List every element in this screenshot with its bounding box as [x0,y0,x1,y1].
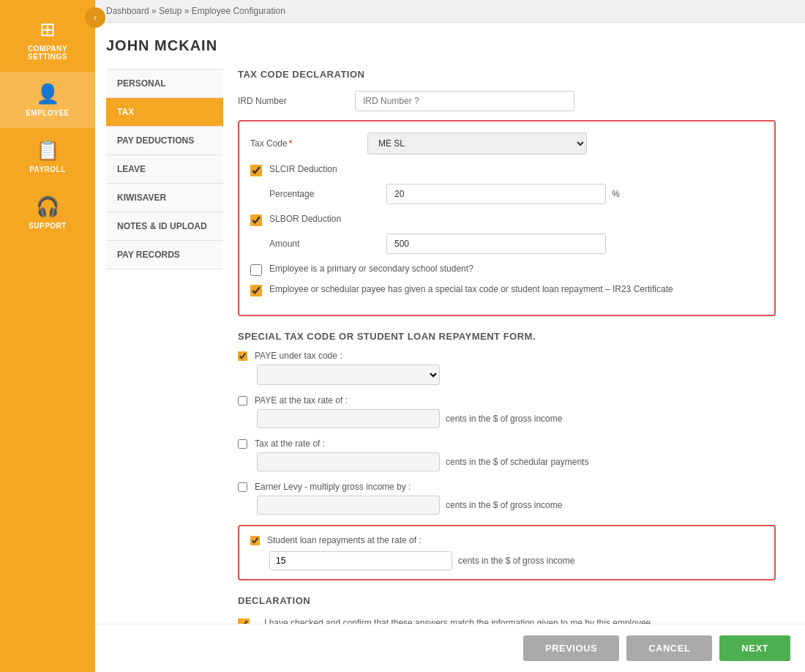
slbor-checkbox[interactable] [250,214,262,226]
declaration-checkbox[interactable] [238,619,250,624]
tax-at-rate-label: Tax at the rate of : [255,438,325,449]
tax-code-highlight-box: Tax Code ME SL M ME SB SB SL S S SL SH [238,120,776,316]
paye-at-rate-input[interactable] [257,409,440,428]
tax-code-select[interactable]: ME SL M ME SB SB SL S S SL SH [367,132,587,154]
special-tax-row: Employee or schedular payee has given a … [250,283,763,296]
declaration-section: DECLARATION I have checked and confirm t… [238,595,776,624]
tax-at-rate-suffix: cents in the $ of schedular payments [446,457,588,467]
sidebar-item-company-settings[interactable]: ⊞ COMPANY SETTINGS [0,7,95,72]
percentage-row: Percentage % [269,184,763,204]
declaration-title: DECLARATION [238,595,776,606]
student-loan-label: Student loan repayments at the rate of : [267,535,422,545]
slcir-checkbox[interactable] [250,165,262,176]
amount-input[interactable] [386,234,606,254]
nav-item-notes-id-upload[interactable]: NOTES & ID UPLOAD [106,212,223,241]
percentage-label: Percentage [269,189,386,199]
earner-levy-input[interactable] [257,496,440,515]
sidebar: ‹ ⊞ COMPANY SETTINGS 👤 EMPLOYEE 📋 PAYROL… [0,0,95,672]
company-settings-icon: ⊞ [40,18,56,41]
earner-levy-label: Earner Levy - multiply gross income by : [255,482,411,492]
paye-under-select[interactable]: M ME [257,365,440,385]
percentage-input[interactable] [386,184,606,204]
slcir-row: SLCIR Deduction [250,163,763,176]
paye-under-checkbox[interactable] [238,351,247,361]
paye-at-rate-checkbox[interactable] [238,396,247,406]
ird-number-row: IRD Number [238,91,776,111]
tax-at-rate-row: Tax at the rate of : cents in the $ of s… [238,438,776,471]
nav-item-pay-records[interactable]: PAY RECORDS [106,241,223,269]
student-loan-checkbox[interactable] [250,536,260,545]
tax-at-rate-input[interactable] [257,452,440,471]
amount-row: Amount [269,234,763,254]
tax-declaration-title: TAX CODE DECLARATION [238,69,776,80]
special-tax-section: SPECIAL TAX CODE OR STUDENT LOAN REPAYME… [238,331,776,580]
earner-levy-checkbox[interactable] [238,482,247,492]
slbor-row: SLBOR Deduction [250,213,763,226]
declaration-row: I have checked and confirm that these an… [238,617,776,624]
special-tax-label: Employee or schedular payee has given a … [269,283,673,296]
employee-icon: 👤 [36,83,59,105]
nav-item-leave[interactable]: LEAVE [106,155,223,184]
slcir-label: SLCIR Deduction [269,163,337,176]
sidebar-label-payroll: PAYROLL [29,165,66,173]
earner-levy-suffix: cents in the $ of gross income [446,500,562,510]
sidebar-label-company-settings: COMPANY SETTINGS [7,45,88,61]
paye-under-row: PAYE under tax code : M ME [238,351,776,385]
previous-button[interactable]: PREVIOUS [523,635,619,661]
primary-school-label: Employee is a primary or secondary schoo… [269,263,473,275]
sidebar-item-support[interactable]: 🎧 SUPPORT [0,184,95,241]
ird-number-input[interactable] [355,91,574,111]
ird-number-label: IRD Number [238,96,355,106]
paye-at-rate-label: PAYE at the tax rate of : [255,395,348,406]
payroll-icon: 📋 [36,139,59,162]
form-area: TAX CODE DECLARATION IRD Number Tax Code… [223,69,790,624]
student-loan-input[interactable] [269,551,452,570]
cancel-button[interactable]: CANCEL [626,635,712,661]
paye-at-rate-row: PAYE at the tax rate of : cents in the $… [238,395,776,428]
paye-under-label: PAYE under tax code : [255,351,342,361]
main-area: Dashboard » Setup » Employee Configurati… [95,0,805,672]
footer-buttons: PREVIOUS CANCEL NEXT [95,624,805,672]
sidebar-item-payroll[interactable]: 📋 PAYROLL [0,128,95,184]
nav-item-kiwisaver[interactable]: KIWISAVER [106,184,223,212]
special-tax-checkbox[interactable] [250,285,262,296]
percent-symbol: % [612,189,620,199]
next-button[interactable]: NEXT [719,635,790,661]
sidebar-label-support: SUPPORT [29,222,67,230]
paye-at-rate-suffix: cents in the $ of gross income [446,414,562,424]
declaration-label: I have checked and confirm that these an… [264,617,654,624]
special-tax-form-title: SPECIAL TAX CODE OR STUDENT LOAN REPAYME… [238,331,776,342]
tax-code-label: Tax Code [250,138,367,149]
sidebar-label-employee: EMPLOYEE [26,109,70,117]
nav-item-tax[interactable]: TAX [106,98,223,127]
tax-at-rate-checkbox[interactable] [238,439,247,449]
student-loan-box: Student loan repayments at the rate of :… [238,525,776,580]
tax-code-row: Tax Code ME SL M ME SB SB SL S S SL SH [250,132,763,154]
page-content: JOHN MCKAIN PERSONAL TAX PAY DEDUCTIONS … [95,23,805,624]
student-loan-suffix: cents in the $ of gross income [458,556,574,566]
page-title: JOHN MCKAIN [106,37,790,54]
sidebar-toggle[interactable]: ‹ [85,7,105,28]
primary-school-checkbox[interactable] [250,264,262,276]
sidebar-item-employee[interactable]: 👤 EMPLOYEE [0,72,95,128]
amount-label: Amount [269,239,386,249]
slbor-label: SLBOR Deduction [269,213,341,225]
content-layout: PERSONAL TAX PAY DEDUCTIONS LEAVE KIWISA… [106,69,790,624]
nav-item-personal[interactable]: PERSONAL [106,69,223,98]
left-nav: PERSONAL TAX PAY DEDUCTIONS LEAVE KIWISA… [106,69,223,624]
primary-school-row: Employee is a primary or secondary schoo… [250,263,763,276]
nav-item-pay-deductions[interactable]: PAY DEDUCTIONS [106,127,223,155]
earner-levy-row: Earner Levy - multiply gross income by :… [238,482,776,515]
breadcrumb: Dashboard » Setup » Employee Configurati… [95,0,805,23]
support-icon: 🎧 [36,195,59,218]
